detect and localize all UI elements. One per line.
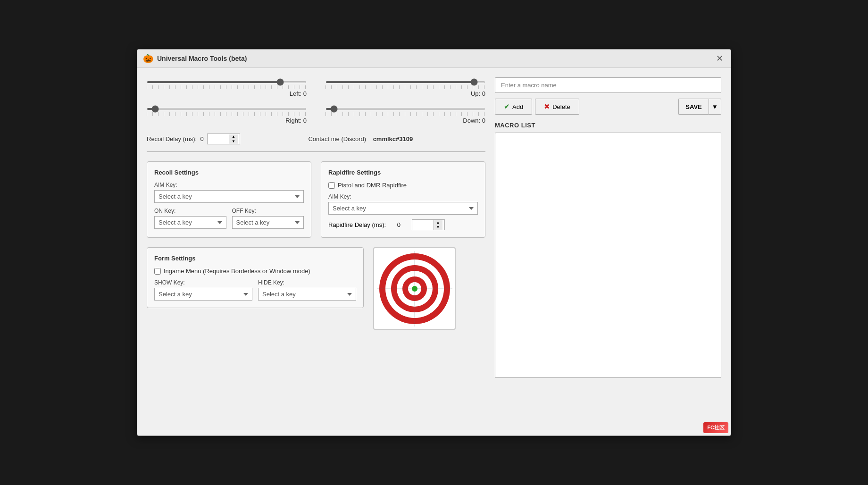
on-key-label: ON Key: [154, 208, 226, 214]
title-bar: 🎃 Universal Macro Tools (beta) ✕ [137, 50, 731, 68]
pistol-dmr-checkbox[interactable] [328, 182, 335, 189]
rapidfire-spinbox-arrows: ▲ ▼ [434, 220, 442, 230]
rapidfire-aim-key-select[interactable]: Select a key [328, 202, 478, 215]
show-key-group: SHOW Key: Select a key [154, 279, 252, 301]
down-slider-label: Down: 0 [326, 117, 485, 124]
macro-list-title: MACRO LIST [495, 122, 721, 129]
divider [147, 151, 485, 152]
ingame-menu-label: Ingame Menu (Requires Borderless or Wind… [164, 268, 310, 275]
macro-name-input[interactable] [495, 77, 721, 93]
right-panel: ✔ Add ✖ Delete SAVE ▼ MACRO LIST [495, 77, 721, 378]
save-dropdown-button[interactable]: ▼ [709, 99, 721, 115]
off-key-label: OFF Key: [232, 208, 304, 214]
hide-key-label: HIDE Key: [258, 279, 356, 286]
on-key-select[interactable]: Select a key [154, 216, 226, 229]
rapidfire-aim-key-label: AIM Key: [328, 193, 478, 200]
rapidfire-delay-label: Rapidfire Delay (ms): [328, 221, 386, 228]
save-button[interactable]: SAVE [678, 99, 708, 115]
form-settings-section: Form Settings Ingame Menu (Requires Bord… [147, 247, 485, 330]
settings-row: Recoil Settings AIM Key: Select a key ON… [147, 161, 485, 238]
watermark: FC社区 [703, 422, 728, 433]
up-slider[interactable] [326, 81, 485, 83]
aim-key-label: AIM Key: [154, 182, 304, 188]
app-title: Universal Macro Tools (beta) [157, 55, 247, 62]
left-slider-ticks [147, 85, 307, 89]
rapidfire-spinbox-down[interactable]: ▼ [434, 225, 442, 230]
left-slider-label: Left: 0 [147, 90, 307, 97]
save-button-group: SAVE ▼ [678, 99, 721, 115]
on-off-row: ON Key: Select a key OFF Key: Select a k… [154, 208, 304, 229]
off-key-select[interactable]: Select a key [232, 216, 304, 229]
delete-x-icon: ✖ [544, 102, 550, 111]
delete-button[interactable]: ✖ Delete [535, 99, 579, 115]
add-button[interactable]: ✔ Add [495, 99, 532, 115]
right-slider[interactable] [147, 108, 307, 110]
recoil-delay-spinbox[interactable]: 0 ▲ ▼ [207, 134, 240, 144]
ingame-menu-checkbox[interactable] [154, 268, 161, 275]
target-image [373, 247, 456, 330]
rapidfire-settings-box: Rapidfire Settings Pistol and DMR Rapidf… [321, 161, 485, 238]
main-window: 🎃 Universal Macro Tools (beta) ✕ Left: 0 [137, 49, 731, 436]
down-slider[interactable] [326, 108, 485, 110]
show-key-select[interactable]: Select a key [154, 288, 252, 301]
rapidfire-delay-spinbox[interactable]: 0 ▲ ▼ [412, 219, 445, 230]
app-icon: 🎃 [143, 53, 153, 64]
show-key-label: SHOW Key: [154, 279, 252, 286]
rapidfire-settings-title: Rapidfire Settings [328, 169, 478, 176]
spinbox-down-button[interactable]: ▼ [229, 139, 238, 144]
right-slider-ticks [147, 112, 307, 116]
title-bar-left: 🎃 Universal Macro Tools (beta) [143, 53, 247, 64]
form-settings-box: Form Settings Ingame Menu (Requires Bord… [147, 247, 364, 308]
up-slider-label: Up: 0 [326, 90, 485, 97]
spinbox-arrows: ▲ ▼ [229, 134, 238, 144]
form-settings-row: Form Settings Ingame Menu (Requires Bord… [147, 247, 485, 330]
macro-list-area[interactable] [495, 133, 721, 378]
ingame-menu-checkbox-row: Ingame Menu (Requires Borderless or Wind… [154, 268, 356, 275]
hide-key-group: HIDE Key: Select a key [258, 279, 356, 301]
watermark-badge: FC社区 [703, 422, 728, 433]
main-content: Left: 0 Up: 0 [137, 68, 731, 387]
contact-label: Contact me (Discord) [308, 135, 366, 142]
form-settings-title: Form Settings [154, 255, 356, 262]
top-slider-row: Left: 0 Up: 0 [147, 77, 485, 97]
recoil-delay-input[interactable]: 0 [208, 134, 229, 144]
off-key-group: OFF Key: Select a key [232, 208, 304, 229]
rapidfire-delay-row: Rapidfire Delay (ms): 0 0 ▲ ▼ [328, 219, 478, 230]
pistol-dmr-label: Pistol and DMR Rapidfire [338, 182, 407, 189]
rapidfire-delay-value: 0 [397, 221, 401, 228]
rapidfire-spinbox-up[interactable]: ▲ [434, 220, 442, 225]
recoil-delay-value: 0 [200, 135, 203, 142]
macro-buttons: ✔ Add ✖ Delete SAVE ▼ [495, 99, 721, 115]
delay-contact-row: Recoil Delay (ms): 0 0 ▲ ▼ Contact me ( [147, 134, 485, 144]
target-svg [377, 251, 452, 326]
rapidfire-delay-input[interactable]: 0 [412, 220, 434, 230]
down-slider-ticks [326, 112, 485, 116]
right-slider-label: Right: 0 [147, 117, 307, 124]
left-slider[interactable] [147, 81, 307, 83]
right-slider-group: Right: 0 [147, 104, 307, 124]
sliders-section: Left: 0 Up: 0 [147, 77, 485, 124]
add-button-label: Add [512, 103, 523, 110]
hide-key-select[interactable]: Select a key [258, 288, 356, 301]
recoil-delay-label: Recoil Delay (ms): [147, 135, 197, 142]
pistol-dmr-checkbox-row: Pistol and DMR Rapidfire [328, 182, 478, 189]
on-key-group: ON Key: Select a key [154, 208, 226, 229]
show-hide-row: SHOW Key: Select a key HIDE Key: Select … [154, 279, 356, 301]
discord-name: cmmlkc#3109 [373, 135, 413, 142]
down-slider-group: Down: 0 [326, 104, 485, 124]
add-checkmark-icon: ✔ [504, 102, 510, 111]
left-panel: Left: 0 Up: 0 [147, 77, 485, 378]
save-arrow-icon: ▼ [712, 103, 718, 110]
bottom-slider-row: Right: 0 Down: 0 [147, 104, 485, 124]
delete-button-label: Delete [552, 103, 570, 110]
spinbox-up-button[interactable]: ▲ [229, 134, 238, 139]
recoil-settings-title: Recoil Settings [154, 169, 304, 176]
recoil-settings-box: Recoil Settings AIM Key: Select a key ON… [147, 161, 311, 238]
up-slider-group: Up: 0 [326, 77, 485, 97]
left-slider-group: Left: 0 [147, 77, 307, 97]
up-slider-ticks [326, 85, 485, 89]
aim-key-select[interactable]: Select a key [154, 190, 304, 203]
close-button[interactable]: ✕ [714, 54, 725, 63]
